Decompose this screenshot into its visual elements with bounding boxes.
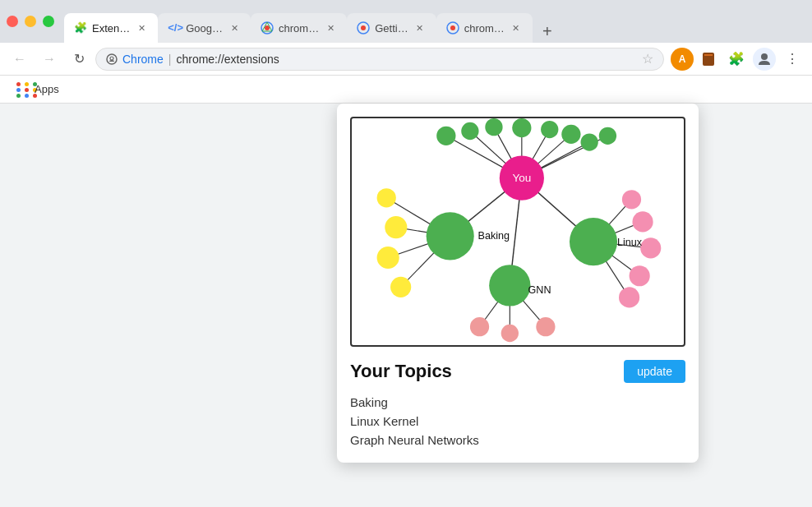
svg-point-5 xyxy=(450,25,455,30)
apps-bookmark[interactable]: Apps xyxy=(10,79,66,100)
url-bar[interactable]: Chrome | chrome://extensions ☆ xyxy=(95,48,664,71)
tab-extensions-label: Exten… xyxy=(92,22,130,35)
apps-label: Apps xyxy=(35,83,59,95)
close-button[interactable] xyxy=(7,16,18,27)
svg-point-47 xyxy=(632,211,653,232)
svg-point-3 xyxy=(361,25,366,30)
tab-chrome1-label: chrom… xyxy=(279,22,319,35)
url-path: chrome://extensions xyxy=(176,53,279,66)
tab-getting-label: Getti… xyxy=(375,22,408,35)
svg-point-34 xyxy=(436,127,455,145)
update-button[interactable]: update xyxy=(624,360,685,383)
url-separator: | xyxy=(168,53,172,66)
back-button[interactable]: ← xyxy=(7,46,33,72)
svg-point-39 xyxy=(561,125,580,144)
autofill-icon[interactable]: A xyxy=(671,48,694,71)
tab-chrome2-close[interactable]: ✕ xyxy=(510,21,523,35)
svg-point-43 xyxy=(385,216,407,238)
svg-rect-9 xyxy=(704,54,713,56)
titlebar: 🧩 Exten… ✕ </> Goog… ✕ chrom… ✕ xyxy=(0,0,812,43)
toolbar-icons: A 🧩 ⋮ xyxy=(671,46,805,72)
topic-item-2: Graph Neural Networks xyxy=(350,431,685,449)
bookmark-icon xyxy=(700,51,717,67)
tab-google[interactable]: </> Goog… ✕ xyxy=(158,13,251,43)
tab-getting-close[interactable]: ✕ xyxy=(413,21,427,35)
svg-point-53 xyxy=(536,317,555,336)
topics-graph: Baking Linux GNN You Baking Linux GNN xyxy=(352,118,684,345)
svg-point-52 xyxy=(501,325,519,342)
svg-text:Baking: Baking xyxy=(478,230,510,242)
tab-google-close[interactable]: ✕ xyxy=(228,21,241,35)
topic-item-0: Baking xyxy=(350,393,685,412)
svg-point-36 xyxy=(485,118,502,136)
svg-point-50 xyxy=(619,287,639,307)
topics-list: Baking Linux Kernel Graph Neural Network… xyxy=(350,393,685,449)
tab-chrome2[interactable]: chrom… ✕ xyxy=(436,13,533,43)
content-area: Baking Linux GNN You Baking Linux GNN Yo… xyxy=(0,104,812,507)
svg-point-6 xyxy=(107,54,117,64)
reload-button[interactable]: ↻ xyxy=(66,46,92,72)
svg-point-40 xyxy=(581,133,598,150)
bookmarks-bar: Apps xyxy=(0,76,812,104)
menu-button[interactable]: ⋮ xyxy=(779,46,805,72)
google-icon: </> xyxy=(168,21,181,35)
tabs-bar: 🧩 Exten… ✕ </> Goog… ✕ chrom… ✕ xyxy=(64,0,805,43)
svg-point-7 xyxy=(110,57,113,60)
topics-header: Your Topics update xyxy=(350,360,685,383)
user-icon xyxy=(757,52,772,67)
svg-point-41 xyxy=(599,127,616,145)
window-controls xyxy=(7,16,54,27)
tab-google-label: Goog… xyxy=(186,22,223,35)
tab-extensions-close[interactable]: ✕ xyxy=(135,21,148,35)
tab-getting[interactable]: Getti… ✕ xyxy=(347,13,436,43)
addressbar: ← → ↻ Chrome | chrome://extensions ☆ A 🧩 xyxy=(0,43,812,76)
svg-point-54 xyxy=(427,212,474,260)
chrome-icon-2 xyxy=(357,21,370,35)
svg-point-46 xyxy=(622,190,641,209)
svg-point-45 xyxy=(390,277,411,297)
tab-chrome1[interactable]: chrom… ✕ xyxy=(251,13,347,43)
tab-extensions[interactable]: 🧩 Exten… ✕ xyxy=(64,13,158,43)
svg-point-56 xyxy=(570,218,617,265)
svg-text:GNN: GNN xyxy=(528,284,551,296)
forward-button[interactable]: → xyxy=(36,46,62,72)
svg-point-49 xyxy=(630,265,650,286)
maximize-button[interactable] xyxy=(43,16,54,27)
svg-point-38 xyxy=(541,121,558,138)
url-site: Chrome xyxy=(122,53,164,66)
apps-grid-icon xyxy=(16,82,31,97)
svg-point-44 xyxy=(377,247,399,269)
secure-icon xyxy=(106,53,118,65)
avatar xyxy=(753,48,776,71)
topic-item-1: Linux Kernel xyxy=(350,412,685,431)
svg-text:Linux: Linux xyxy=(617,237,643,248)
chrome-icon-3 xyxy=(446,21,459,35)
topics-title: Your Topics xyxy=(350,361,452,382)
graph-visualization: Baking Linux GNN You Baking Linux GNN xyxy=(350,117,685,347)
svg-point-42 xyxy=(377,188,396,207)
new-tab-button[interactable]: + xyxy=(536,20,559,43)
tab-chrome1-close[interactable]: ✕ xyxy=(324,21,337,35)
bookmark-manager-icon[interactable] xyxy=(695,46,722,72)
minimize-button[interactable] xyxy=(25,16,36,27)
svg-point-37 xyxy=(512,118,531,137)
chrome-icon-1 xyxy=(261,21,274,35)
svg-point-58 xyxy=(489,265,530,306)
bookmark-star-icon[interactable]: ☆ xyxy=(642,51,653,67)
puzzle-icon: 🧩 xyxy=(74,21,87,35)
svg-point-48 xyxy=(640,237,661,258)
svg-point-35 xyxy=(461,122,478,140)
profile-icon[interactable] xyxy=(751,46,777,72)
extensions-icon[interactable]: 🧩 xyxy=(723,46,750,72)
popup-card: Baking Linux GNN You Baking Linux GNN Yo… xyxy=(337,104,699,463)
svg-text:You: You xyxy=(512,172,531,184)
svg-point-10 xyxy=(761,53,768,60)
svg-point-51 xyxy=(470,317,489,336)
tab-chrome2-label: chrom… xyxy=(464,22,505,35)
svg-point-1 xyxy=(265,25,270,30)
